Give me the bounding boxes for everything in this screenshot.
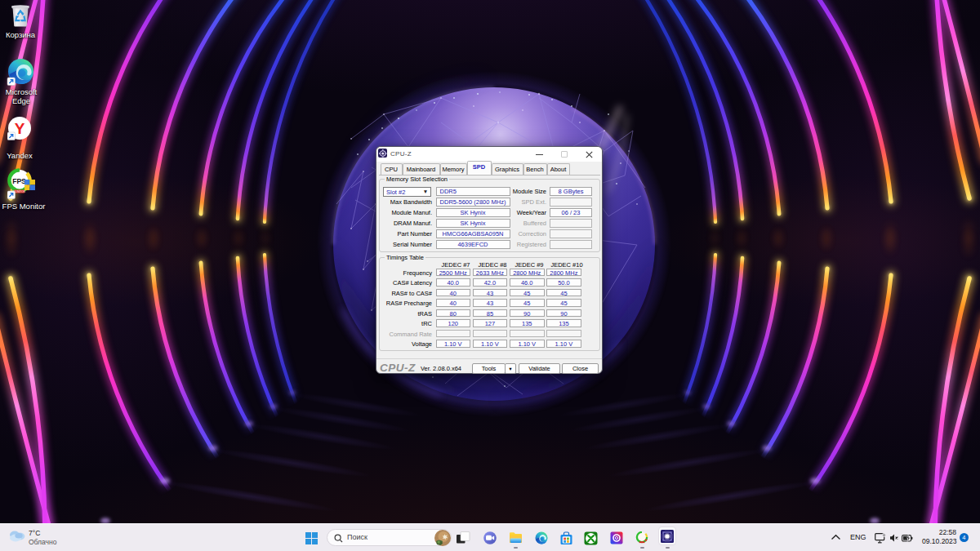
svg-text:Y: Y <box>15 120 25 137</box>
svg-text:FPS: FPS <box>12 177 26 185</box>
